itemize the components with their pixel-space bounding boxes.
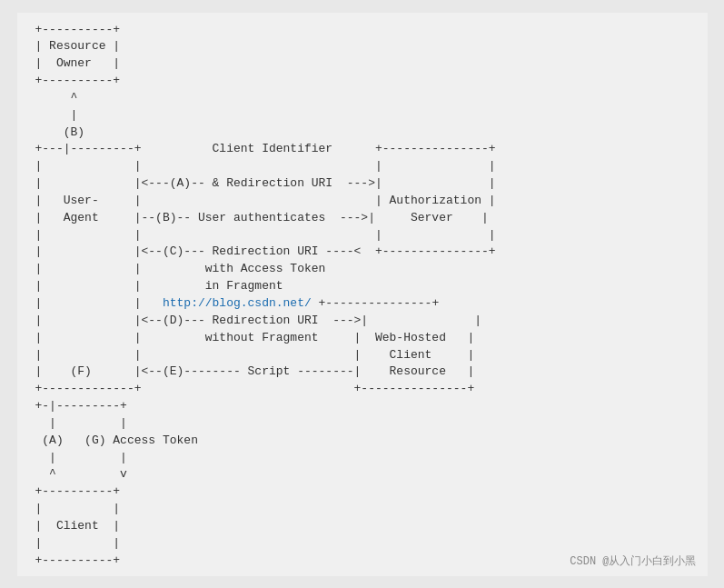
diagram-container: +----------+ | Resource | | Owner | +---… [17,13,708,576]
watermark: CSDN @从入门小白到小黑 [570,553,696,569]
csdn-link[interactable]: http://blog.csdn.net/ [163,296,312,310]
diagram-content: +----------+ | Resource | | Owner | +---… [35,22,496,570]
